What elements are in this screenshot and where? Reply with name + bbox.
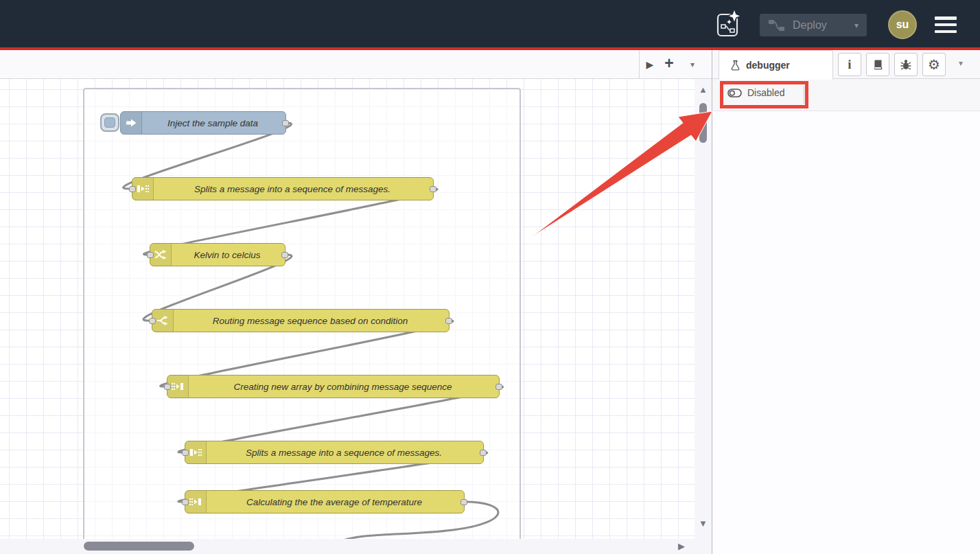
input-port[interactable] [149,318,156,324]
bug-icon [900,58,912,71]
add-flow-button[interactable]: + [660,50,678,78]
split-node[interactable]: Splits a message into a sequence of mess… [132,177,434,200]
change-node[interactable]: Kelvin to celcius [150,243,285,266]
settings-button[interactable]: ⚙ [922,53,946,76]
sidebar-tab-label: debugger [746,60,790,71]
app-header: Deploy ▾ su [0,0,980,47]
node-label: Splits a message into a sequence of mess… [211,448,476,458]
book-icon [872,58,884,71]
input-port[interactable] [182,499,189,505]
split-node[interactable]: Splits a message into a sequence of mess… [185,441,484,464]
toolbar-divider [804,86,804,104]
node-label: Splits a message into a sequence of mess… [159,184,426,194]
debug-button[interactable] [894,53,918,76]
output-port[interactable] [460,499,467,505]
hamburger-menu-icon[interactable] [935,16,957,33]
debug-toolbar: Disabled [712,79,980,111]
deploy-chevron-icon[interactable]: ▾ [854,21,859,30]
output-port[interactable] [495,384,502,390]
node-red-editor: Deploy ▾ su ▶ + ▾ [0,0,980,554]
sidebar: debugger i ⚙ ▾ [712,50,980,554]
debug-disabled-toggle[interactable]: Disabled [727,87,784,98]
gear-icon: ⚙ [928,58,940,71]
docs-button[interactable] [866,53,889,76]
deploy-icon [768,19,786,32]
flask-icon [730,60,740,71]
scroll-up-icon[interactable]: ▲ [695,84,712,95]
input-port[interactable] [129,186,136,192]
scroll-tabs-right-button[interactable]: ▶ [642,50,657,78]
tab-debugger[interactable]: debugger [719,50,833,80]
node-label: Kelvin to celcius [176,250,278,260]
node-label: Routing message sequence based on condit… [178,316,442,326]
sidebar-tab-bar: debugger i ⚙ ▾ [712,50,980,79]
inject-icon [121,112,142,134]
output-port[interactable] [430,186,436,192]
horizontal-scrollbar[interactable]: ▶ [0,539,712,554]
input-port[interactable] [164,384,171,390]
workspace-tab-bar: ▶ + ▾ [0,50,712,79]
inject-node[interactable]: Inject the sample data [120,111,286,135]
flow-list-button[interactable]: ▾ [684,50,701,78]
output-port[interactable] [281,252,288,258]
input-port[interactable] [147,252,154,258]
join-node[interactable]: Calculating the the average of temperatu… [185,490,465,513]
inject-trigger-button[interactable] [100,113,119,132]
info-button[interactable]: i [838,53,861,76]
output-port[interactable] [282,120,289,126]
info-icon: i [848,57,851,72]
avatar-initials: su [896,19,909,31]
vertical-scrollbar-thumb[interactable] [699,103,707,143]
output-port[interactable] [480,450,487,456]
vertical-scrollbar[interactable]: ▲ ▼ [695,79,712,539]
node-label: Creating new array by combining message … [194,382,492,392]
tab-bar-separator [639,50,640,78]
flow-canvas[interactable]: Inject the sample data Splits a message … [0,79,695,539]
disabled-label: Disabled [747,87,784,98]
switch-node[interactable]: Routing message sequence based on condit… [152,309,450,332]
scroll-down-icon[interactable]: ▼ [695,518,712,529]
node-label: Calculating the the average of temperatu… [211,497,457,507]
debug-messages-panel [712,111,980,554]
user-avatar[interactable]: su [888,10,917,39]
deploy-button[interactable]: Deploy ▾ [760,14,867,36]
output-port[interactable] [445,318,452,324]
node-label: Inject the sample data [147,118,279,128]
join-node[interactable]: Creating new array by combining message … [167,375,500,398]
ai-flow-icon[interactable] [715,9,741,39]
sidebar-menu-chevron-icon[interactable]: ▾ [953,58,969,68]
input-port[interactable] [182,450,189,456]
deploy-label: Deploy [793,19,827,32]
toggle-icon [727,88,742,98]
horizontal-scrollbar-thumb[interactable] [84,542,194,551]
scroll-right-icon[interactable]: ▶ [671,541,692,551]
